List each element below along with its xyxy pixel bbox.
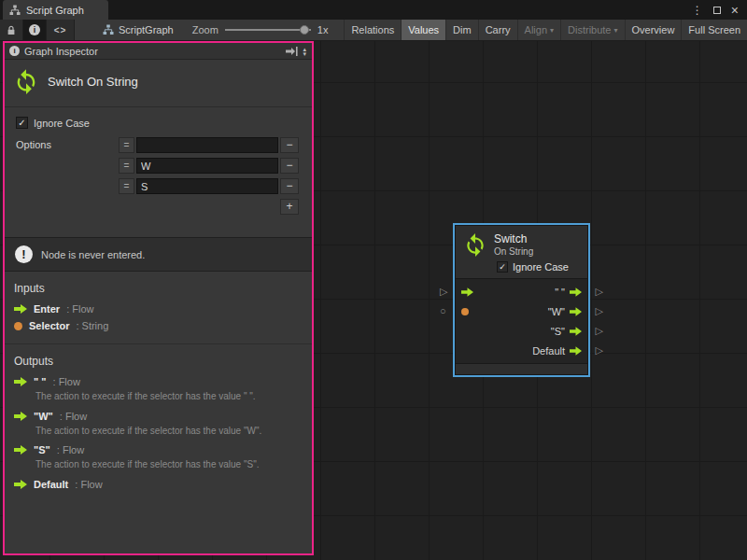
graph-inspector-panel: i Graph Inspector ▴▾ Switch On String ✓: [3, 41, 314, 555]
maximize-icon[interactable]: [713, 5, 721, 16]
drag-handle-icon[interactable]: =: [119, 178, 134, 194]
output-port-row: "W" : Flow: [5, 408, 312, 425]
input-port-row: Enter : Flow: [5, 301, 312, 317]
remove-option-button[interactable]: −: [280, 137, 299, 153]
relations-button[interactable]: Relations: [344, 20, 401, 40]
flow-port-icon: [14, 304, 27, 314]
zoom-slider[interactable]: [225, 24, 311, 35]
tab-script-graph[interactable]: Script Graph: [3, 0, 108, 20]
main-area: Switch On String ✓ Ignore Case ▷ " ": [0, 41, 747, 560]
output-port-label: "W": [548, 306, 565, 317]
add-option-button[interactable]: +: [280, 199, 299, 215]
graph-breadcrumb-label: ScriptGraph: [119, 24, 174, 35]
ignore-case-checkbox[interactable]: ✓ Ignore Case: [16, 117, 299, 129]
flow-port-icon: [14, 480, 27, 489]
switch-icon: [463, 232, 487, 257]
inspector-header: i Graph Inspector ▴▾: [5, 43, 312, 60]
checkbox-checked[interactable]: ✓: [497, 261, 508, 273]
flow-port-icon: [14, 412, 27, 421]
chevron-down-icon: ▾: [614, 26, 618, 35]
output-port-label: "S": [551, 326, 565, 337]
output-port-label: Default: [532, 345, 565, 357]
inspector-properties: ✓ Ignore Case Options = − =: [5, 107, 312, 226]
info-icon: i: [9, 46, 20, 56]
dock-icon[interactable]: [286, 47, 298, 56]
align-button[interactable]: Align▾: [517, 20, 560, 40]
inspector-header-title: Graph Inspector: [24, 46, 98, 57]
output-port-row: Default : Flow: [5, 476, 312, 493]
selector-in-port[interactable]: [461, 308, 469, 315]
switch-node[interactable]: Switch On String ✓ Ignore Case ▷ " ": [455, 225, 588, 375]
flow-in-port[interactable]: [461, 287, 473, 297]
dim-button[interactable]: Dim: [445, 20, 478, 40]
flow-out-port-3[interactable]: [570, 346, 582, 356]
output-port-row: " " : Flow: [5, 373, 312, 390]
chevron-down-icon: ▾: [550, 26, 554, 35]
scroll-arrows-icon[interactable]: ▴▾: [303, 47, 307, 56]
node-body: ▷ " " ▷ ○ "W": [456, 279, 587, 363]
output-port-label: " ": [555, 287, 565, 298]
close-icon[interactable]: ×: [731, 4, 739, 17]
unity-window: Script Graph ⋮ × i <> Scr: [0, 0, 747, 560]
external-flow-connector-icon[interactable]: ▷: [440, 287, 447, 297]
overview-button[interactable]: Overview: [625, 20, 682, 40]
graph-breadcrumb[interactable]: ScriptGraph: [103, 20, 174, 40]
info-icon: i: [29, 24, 40, 35]
lock-icon: [7, 25, 16, 35]
external-flow-connector-icon[interactable]: ▷: [596, 287, 603, 297]
drag-handle-icon[interactable]: =: [119, 158, 134, 174]
values-button[interactable]: Values: [401, 20, 445, 40]
flow-port-icon: [14, 377, 27, 386]
zoom-value: 1x: [317, 24, 329, 35]
node-title: Switch: [494, 232, 533, 245]
external-flow-connector-icon[interactable]: ▷: [596, 345, 603, 356]
warning-message: ! Node is never entered.: [5, 237, 312, 272]
flow-out-port-2[interactable]: [570, 327, 582, 336]
toolbar-buttons: Relations Values Dim Carry Align▾ Distri…: [344, 20, 747, 40]
checkbox-checked[interactable]: ✓: [16, 117, 28, 129]
node-ignore-case-checkbox[interactable]: ✓ Ignore Case: [456, 259, 587, 279]
port-description: The action to execute if the selector ha…: [5, 425, 312, 442]
option-input-0[interactable]: [136, 137, 278, 153]
code-icon: <>: [54, 25, 67, 35]
external-flow-connector-icon[interactable]: ▷: [596, 326, 603, 336]
zoom-control: Zoom 1x: [192, 20, 329, 40]
node-port-row: ○ "W" ▷: [456, 301, 587, 321]
node-header[interactable]: Switch On String: [456, 226, 587, 259]
option-input-1[interactable]: [136, 158, 278, 174]
option-row: = −: [119, 158, 299, 174]
zoom-slider-knob[interactable]: [300, 25, 309, 35]
fullscreen-button[interactable]: Full Screen: [681, 20, 747, 40]
code-view-button[interactable]: <>: [47, 20, 75, 40]
external-flow-connector-icon[interactable]: ▷: [596, 306, 603, 316]
outputs-header: Outputs: [5, 348, 312, 373]
inputs-header: Inputs: [5, 275, 312, 301]
remove-option-button[interactable]: −: [280, 178, 299, 194]
inspector-toggle-button[interactable]: i: [23, 20, 47, 40]
menu-kebab-icon[interactable]: ⋮: [692, 5, 703, 16]
node-subtitle: On String: [494, 246, 533, 257]
ignore-case-label: Ignore Case: [34, 118, 90, 129]
zoom-label: Zoom: [192, 24, 218, 35]
titlebar: Script Graph ⋮ ×: [0, 0, 747, 20]
flow-out-port-0[interactable]: [570, 287, 582, 297]
window-controls: ⋮ ×: [684, 0, 747, 20]
option-row: = −: [119, 178, 299, 194]
lock-button[interactable]: [0, 20, 23, 40]
carry-button[interactable]: Carry: [478, 20, 517, 40]
distribute-button[interactable]: Distribute▾: [560, 20, 624, 40]
node-type-title: Switch On String: [48, 75, 138, 89]
port-description: The action to execute if the selector ha…: [5, 390, 312, 408]
remove-option-button[interactable]: −: [280, 158, 299, 174]
option-input-2[interactable]: [136, 178, 278, 194]
node-port-row: "S" ▷: [456, 321, 587, 341]
warning-text: Node is never entered.: [41, 249, 145, 260]
options-list: = − = − = −: [119, 137, 299, 215]
flow-out-port-1[interactable]: [570, 307, 582, 316]
drag-handle-icon[interactable]: =: [119, 137, 134, 153]
outputs-section: Outputs " " : Flow The action to execute…: [5, 343, 312, 498]
external-data-connector-icon[interactable]: ○: [440, 306, 446, 316]
node-footer: [456, 363, 587, 374]
inspector-title-row: Switch On String: [5, 60, 312, 107]
inputs-section: Inputs Enter : Flow Selector : String: [5, 272, 312, 340]
